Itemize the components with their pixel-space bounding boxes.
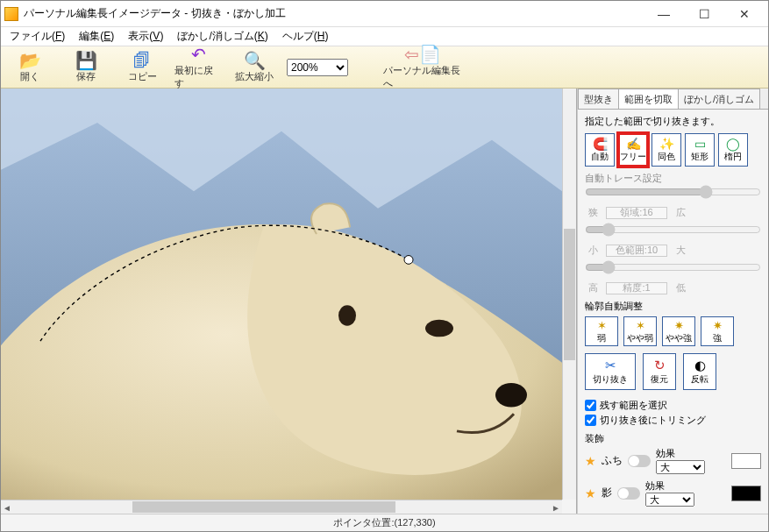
deco-label: 装飾 (585, 432, 761, 445)
restore-button[interactable]: ↻復元 (643, 353, 676, 390)
fuchi-label: ふち (602, 453, 623, 468)
adjust-weak[interactable]: ✶弱 (585, 316, 618, 346)
high-label: 高 (585, 281, 601, 294)
kage-size-select[interactable]: 大 (645, 493, 694, 507)
check-trim-box[interactable] (585, 415, 596, 426)
small-label: 小 (585, 244, 601, 257)
area-row: 狭 広 (585, 206, 761, 219)
tool-ellipse[interactable]: ◯楕円 (718, 133, 748, 167)
wand-icon: ✨ (659, 137, 674, 151)
zoom-select[interactable]: 200% (287, 59, 348, 76)
tab-bokashi[interactable]: ぼかし/消しゴム (678, 89, 760, 109)
undo2-icon: ↻ (654, 358, 666, 373)
save-button[interactable]: 💾 保存 (62, 51, 110, 83)
trace-top-slider (585, 185, 761, 199)
tool-rect[interactable]: ▭矩形 (685, 133, 715, 167)
open-label: 開く (20, 70, 39, 83)
panel-body: 指定した範囲で切り抜きます。 🧲自動 ✍フリー ✨同色 ▭矩形 ◯楕円 自動トレ… (578, 110, 768, 514)
menu-file[interactable]: ファイル(F) (4, 27, 70, 46)
open-button[interactable]: 📂 開く (6, 51, 53, 83)
contract-icon: ✶ (597, 319, 607, 332)
copy-label: コピー (128, 70, 157, 83)
deco-fuchi-row: ★ ふち 効果 大 (585, 447, 761, 474)
kage-effect-label: 効果 (645, 479, 726, 493)
tool-auto[interactable]: 🧲自動 (585, 133, 615, 167)
tab-katanuki[interactable]: 型抜き (578, 89, 619, 109)
menu-view[interactable]: 表示(V) (123, 27, 168, 46)
adjust-strong[interactable]: ✷強 (701, 316, 734, 346)
hscroll-right-arrow[interactable]: ► (550, 501, 562, 514)
camera-icon: ◐ (694, 358, 706, 373)
svg-point-2 (338, 305, 356, 325)
horizontal-scrollbar[interactable]: ◄ ► (1, 500, 562, 514)
titlebar: パーソナル編集長イメージデータ - 切抜き・ぼかし加工 — ☐ ✕ (1, 1, 768, 27)
main-area: ◄ ► 型抜き 範囲を切取 ぼかし/消しゴム 指定した範囲で切り抜きます。 🧲自… (1, 89, 768, 514)
undo-button[interactable]: ↶ 最初に戻す (174, 45, 222, 90)
tool-free[interactable]: ✍フリー (618, 133, 648, 167)
selection-tools: 🧲自動 ✍フリー ✨同色 ▭矩形 ◯楕円 (585, 133, 761, 167)
svg-point-1 (425, 320, 453, 337)
contour-label: 輪郭自動調整 (585, 300, 761, 313)
star-icon-2: ★ (585, 486, 596, 500)
bear-image (1, 89, 562, 500)
tool-same-color[interactable]: ✨同色 (652, 133, 681, 167)
floppy-icon: 💾 (75, 51, 97, 70)
scribble-icon: ✍ (626, 137, 641, 151)
star-icon: ★ (585, 454, 596, 468)
canvas[interactable]: ◄ ► (1, 89, 577, 514)
image-content (1, 89, 562, 500)
ellipse-icon: ◯ (726, 137, 740, 151)
canvas-wrap: ◄ ► (1, 89, 577, 514)
zoom-button[interactable]: 🔍 拡大縮小 (231, 51, 278, 83)
toolbar: 📂 開く 💾 保存 🗐 コピー ↶ 最初に戻す 🔍 拡大縮小 200% ⇦📄 パ… (1, 46, 768, 89)
adjust-mid-weak[interactable]: ✶やや弱 (623, 316, 657, 346)
minimize-button[interactable]: — (644, 2, 684, 26)
return-label: パーソナル編集長へ (383, 64, 462, 90)
invert-button[interactable]: ◐反転 (683, 353, 716, 390)
prec-value (606, 282, 667, 294)
area-slider (585, 223, 761, 237)
prec-row: 高 低 (585, 281, 761, 294)
adjust-mid-strong[interactable]: ✷やや強 (662, 316, 695, 346)
hscroll-left-arrow[interactable]: ◄ (1, 501, 13, 514)
vertical-scrollbar[interactable] (562, 89, 576, 500)
expand2-icon: ✷ (713, 319, 723, 332)
checks: 残す範囲を選択 切り抜き後にトリミング (585, 399, 761, 427)
rectangle-icon: ▭ (694, 137, 706, 151)
fuchi-effect-label: 効果 (656, 447, 726, 460)
magnet-icon: 🧲 (593, 137, 608, 151)
menu-edit[interactable]: 編集(E) (74, 27, 119, 46)
menu-blur[interactable]: ぼかし/消しゴム(K) (172, 27, 273, 46)
copy-button[interactable]: 🗐 コピー (118, 51, 166, 83)
undo-icon: ↶ (191, 45, 206, 64)
hscroll-thumb[interactable] (132, 501, 395, 513)
vscroll-thumb[interactable] (564, 229, 575, 360)
fuchi-toggle[interactable] (628, 455, 651, 467)
return-button[interactable]: ⇦📄 パーソナル編集長へ (383, 45, 462, 90)
kage-color-swatch[interactable] (731, 486, 761, 501)
kage-toggle[interactable] (617, 487, 640, 500)
window-title: パーソナル編集長イメージデータ - 切抜き・ぼかし加工 (24, 6, 644, 21)
folder-open-icon: 📂 (19, 51, 41, 70)
fuchi-color-swatch[interactable] (731, 453, 761, 469)
menu-help[interactable]: ヘルプ(H) (277, 27, 334, 46)
check-keep-box[interactable] (585, 400, 596, 411)
pointer-position: ポインタ位置:(127,330) (333, 516, 435, 529)
cut-button[interactable]: ✂切り抜き (585, 353, 636, 390)
trace-label: 自動トレース設定 (585, 172, 761, 185)
big-label: 大 (673, 244, 688, 257)
tab-kiritori[interactable]: 範囲を切取 (618, 89, 679, 109)
deco-kage-row: ★ 影 効果 大 (585, 479, 761, 507)
close-button[interactable]: ✕ (724, 2, 765, 26)
return-icon: ⇦📄 (404, 45, 441, 64)
save-label: 保存 (76, 70, 96, 83)
area-value (606, 207, 667, 219)
maximize-button[interactable]: ☐ (684, 2, 724, 26)
copy-icon: 🗐 (133, 51, 151, 70)
svg-point-4 (404, 256, 413, 265)
panel-description: 指定した範囲で切り抜きます。 (585, 115, 761, 128)
fuchi-size-select[interactable]: 大 (656, 460, 705, 474)
check-trim[interactable]: 切り抜き後にトリミング (585, 414, 761, 427)
svg-point-3 (495, 383, 527, 407)
check-keep[interactable]: 残す範囲を選択 (585, 399, 761, 412)
